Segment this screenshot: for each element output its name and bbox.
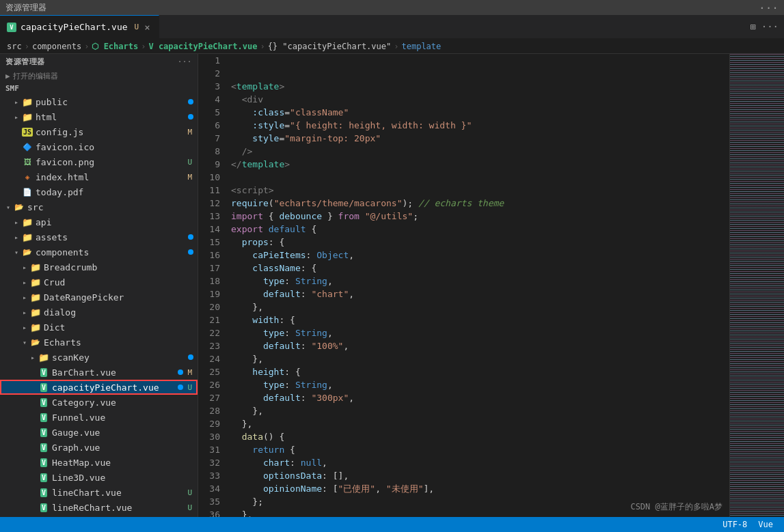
line-number-9: 9 <box>204 158 220 171</box>
minimap[interactable] <box>729 54 784 517</box>
sidebar-item-Dict[interactable]: ▸📁Dict <box>0 320 198 335</box>
line-number-19: 19 <box>204 288 220 300</box>
dot-indicator-public <box>188 99 193 104</box>
png-file-icon-favicon.png: 🖼 <box>22 156 33 167</box>
sidebar-item-src[interactable]: ▾📂src <box>0 199 198 214</box>
line-number-5: 5 <box>204 106 220 119</box>
code-area[interactable]: 1234567891011121314151617181920212223242… <box>198 54 729 517</box>
breadcrumb-bar: src › components › ⬡ Echarts › V capacit… <box>0 39 784 54</box>
html-file-icon-index.html: ◈ <box>22 171 33 182</box>
sidebar-item-Echarts[interactable]: ▾📂Echarts <box>0 335 198 350</box>
sidebar-item-Funnel.vue[interactable]: VFunnel.vue <box>0 410 198 425</box>
tree-arrow-DateRangePicker: ▸ <box>19 294 30 301</box>
code-line-1: <template> <box>228 80 729 93</box>
sidebar-item-config.js[interactable]: JSconfig.jsM <box>0 124 198 139</box>
dot-indicator-capacityPieChart.vue <box>178 384 183 390</box>
js-file-icon-config.js: JS <box>22 126 33 137</box>
breadcrumb-src[interactable]: src <box>7 42 22 51</box>
code-line-7: </template> <box>228 158 729 171</box>
folder-icon-Echarts: 📂 <box>30 337 41 348</box>
tree-label-DateRangePicker: DateRangePicker <box>44 292 198 303</box>
vue-file-icon-Graph.vue: V <box>38 442 49 453</box>
sidebar-item-favicon.png[interactable]: 🖼favicon.pngU <box>0 154 198 169</box>
sidebar-item-Graph.vue[interactable]: VGraph.vue <box>0 440 198 455</box>
folder-icon-assets: 📁 <box>22 232 33 242</box>
tree-label-dialog: dialog <box>44 307 198 318</box>
breadcrumb-echarts[interactable]: ⬡ Echarts <box>92 42 138 51</box>
sidebar-item-Category.vue[interactable]: VCategory.vue <box>0 395 198 410</box>
line-number-6: 6 <box>204 119 220 132</box>
sidebar-item-Line3D.vue[interactable]: VLine3D.vue <box>0 470 198 485</box>
tree-label-public: public <box>36 97 188 107</box>
line-number-36: 36 <box>204 508 220 517</box>
breadcrumb-object[interactable]: {} "capacityPieChart.vue" <box>268 42 392 51</box>
sidebar-item-favicon.ico[interactable]: 🔷favicon.ico <box>0 139 198 154</box>
sidebar-item-api[interactable]: ▸📁api <box>0 214 198 229</box>
vue-file-icon-capacityPieChart.vue: V <box>38 382 49 393</box>
sidebar-item-DateRangePicker[interactable]: ▸📁DateRangePicker <box>0 290 198 305</box>
sidebar-item-moreYLineChart.vue[interactable]: VmoreYLineChart.vueU <box>0 515 198 517</box>
sidebar-section: SMF <box>0 83 198 94</box>
tab-close-button[interactable]: × <box>143 20 151 34</box>
code-lines[interactable]: <template> <div :class="className" :styl… <box>228 54 729 517</box>
sidebar-item-Breadcrumb[interactable]: ▸📁Breadcrumb <box>0 260 198 275</box>
breadcrumb-components[interactable]: components <box>32 42 81 51</box>
sidebar-item-today.pdf[interactable]: 📄today.pdf <box>0 184 198 199</box>
split-editor-icon[interactable]: ⊞ <box>750 21 755 32</box>
line-number-16: 16 <box>204 249 220 262</box>
title-bar: 资源管理器 ··· <box>0 0 784 15</box>
sidebar-item-assets[interactable]: ▸📁assets <box>0 229 198 244</box>
sidebar-item-dialog[interactable]: ▸📁dialog <box>0 305 198 320</box>
code-line-28: data() { <box>228 430 729 443</box>
code-line-10: require("echarts/theme/macarons"); // ec… <box>228 197 729 210</box>
sidebar-item-scanKey[interactable]: ▸📁scanKey <box>0 350 198 365</box>
sidebar-item-lineReChart.vue[interactable]: VlineReChart.vueU <box>0 500 198 515</box>
sidebar-item-public[interactable]: ▸📁public <box>0 94 198 109</box>
vue-file-icon-BarChart.vue: V <box>38 367 49 378</box>
tree-label-index.html: index.html <box>36 172 187 182</box>
tree-label-Graph.vue: Graph.vue <box>52 443 198 453</box>
tree-label-favicon.ico: favicon.ico <box>36 142 198 152</box>
line-number-22: 22 <box>204 326 220 339</box>
code-line-34: }, <box>228 508 729 517</box>
sidebar-item-HeatMap.vue[interactable]: VHeatMap.vue <box>0 455 198 470</box>
sidebar-menu-icon[interactable]: ··· <box>178 57 192 66</box>
title-bar-menu[interactable]: ··· <box>759 1 779 14</box>
vue-file-icon-HeatMap.vue: V <box>38 457 49 468</box>
minimap-visual <box>730 54 784 517</box>
code-line-16: type: String, <box>228 275 729 288</box>
breadcrumb-file[interactable]: V capacityPieChart.vue <box>148 42 257 51</box>
sidebar-item-Crud[interactable]: ▸📁Crud <box>0 275 198 290</box>
sidebar-item-BarChart.vue[interactable]: VBarChart.vueM <box>0 365 198 380</box>
tree-label-favicon.png: favicon.png <box>36 157 187 167</box>
sidebar-tree: ▸📁public▸📁htmlJSconfig.jsM🔷favicon.ico🖼f… <box>0 94 198 517</box>
ico-file-icon-favicon.ico: 🔷 <box>22 141 33 152</box>
sidebar-item-Gauge.vue[interactable]: VGauge.vue <box>0 425 198 440</box>
line-number-8: 8 <box>204 145 220 158</box>
code-line-27: }, <box>228 417 729 430</box>
breadcrumb-template[interactable]: template <box>401 42 441 51</box>
tree-arrow-Dict: ▸ <box>19 324 30 331</box>
sidebar-item-lineChart.vue[interactable]: VlineChart.vueU <box>0 485 198 500</box>
sidebar-item-html[interactable]: ▸📁html <box>0 109 198 124</box>
folder-icon-api: 📁 <box>22 216 33 227</box>
folder-icon-dialog: 📁 <box>30 307 41 318</box>
sidebar-item-components[interactable]: ▾📂components← <box>0 244 198 260</box>
more-actions-icon[interactable]: ··· <box>761 21 779 32</box>
line-number-23: 23 <box>204 339 220 352</box>
tree-badge-lineReChart.vue: U <box>187 503 198 512</box>
tree-label-components: components <box>36 247 188 257</box>
sidebar-open-label[interactable]: ▶ 打开的编辑器 <box>0 69 198 83</box>
line-number-27: 27 <box>204 391 220 404</box>
tree-label-Crud: Crud <box>44 277 198 288</box>
folder-icon-DateRangePicker: 📁 <box>30 292 41 303</box>
line-number-4: 4 <box>204 93 220 106</box>
tree-badge-capacityPieChart.vue: U <box>187 383 198 392</box>
line-number-24: 24 <box>204 352 220 365</box>
vue-file-icon-Gauge.vue: V <box>38 427 49 438</box>
sidebar-item-index.html[interactable]: ◈index.htmlM <box>0 169 198 184</box>
code-line-30: chart: null, <box>228 456 729 469</box>
tab-bar: V capacityPieChart.vue U × ⊞ ··· <box>0 15 784 39</box>
sidebar-item-capacityPieChart.vue[interactable]: VcapacityPieChart.vueU <box>0 380 198 395</box>
tab-capacityPieChart[interactable]: V capacityPieChart.vue U × <box>0 15 159 39</box>
